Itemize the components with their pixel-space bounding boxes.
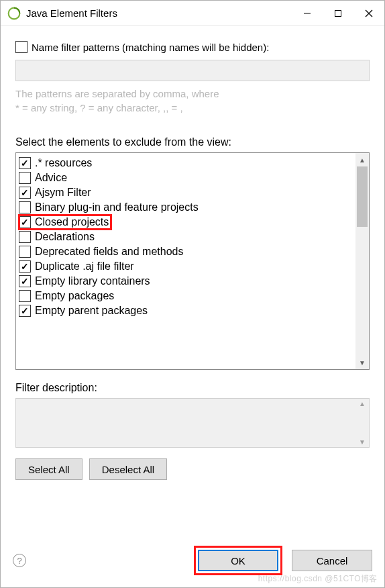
list-item-label: Declarations	[35, 231, 95, 243]
hint-line2: * = any string, ? = any character, ,, = …	[15, 101, 370, 115]
close-button[interactable]	[353, 1, 384, 26]
list-item-checkbox[interactable]	[19, 275, 31, 287]
list-item-checkbox[interactable]	[19, 305, 31, 317]
description-label: Filter description:	[15, 382, 370, 394]
list-item-checkbox[interactable]	[19, 187, 31, 199]
dialog-window: Java Element Filters Name filter pattern…	[0, 0, 385, 588]
description-scrollbar[interactable]: ▲ ▼	[355, 399, 369, 447]
footer: ? OK Cancel	[1, 539, 384, 587]
name-filter-label: Name filter patterns (matching names wil…	[32, 42, 269, 53]
list-item[interactable]: Advice	[19, 170, 355, 185]
list-item-label: .* resources	[35, 157, 92, 169]
list-item-label: Empty packages	[35, 290, 114, 302]
list-item[interactable]: Empty parent packages	[19, 303, 355, 318]
list-item-label: Deprecated fields and methods	[35, 246, 183, 258]
list-item-label: Empty parent packages	[35, 305, 148, 317]
filter-list-items[interactable]: .* resourcesAdviceAjsym FilterBinary plu…	[16, 153, 355, 369]
maximize-icon	[334, 9, 342, 17]
maximize-button[interactable]	[323, 1, 353, 26]
selection-buttons: Select All Deselect All	[15, 458, 370, 480]
description-box: ▲ ▼	[15, 398, 370, 448]
list-item-checkbox[interactable]	[19, 201, 31, 213]
list-item-label: Closed projects	[35, 216, 109, 228]
list-item[interactable]: Empty packages	[19, 289, 355, 303]
list-item[interactable]: Duplicate .aj file filter	[19, 259, 355, 274]
list-item[interactable]: Empty library containers	[19, 274, 355, 289]
name-filter-row: Name filter patterns (matching names wil…	[15, 41, 370, 53]
name-filter-checkbox[interactable]	[15, 41, 28, 53]
name-filter-hint: The patterns are separated by comma, whe…	[15, 87, 370, 115]
list-label: Select the elements to exclude from the …	[15, 136, 370, 148]
list-item-checkbox[interactable]	[19, 172, 31, 184]
list-item-label: Advice	[35, 172, 67, 184]
minimize-icon	[303, 9, 311, 17]
help-icon[interactable]: ?	[13, 554, 26, 567]
list-item[interactable]: Deprecated fields and methods	[19, 244, 355, 259]
list-item-label: Duplicate .aj file filter	[35, 260, 134, 273]
scroll-up-icon[interactable]: ▲	[355, 153, 369, 166]
name-filter-input[interactable]	[15, 60, 370, 81]
description-text	[16, 399, 355, 447]
list-item-checkbox[interactable]	[19, 260, 31, 273]
close-icon	[365, 9, 373, 17]
app-icon	[7, 7, 21, 20]
select-all-button[interactable]: Select All	[15, 458, 82, 480]
list-item-checkbox[interactable]	[19, 157, 31, 169]
cancel-button[interactable]: Cancel	[292, 550, 372, 571]
list-item[interactable]: Binary plug-in and feature projects	[19, 200, 355, 215]
list-item[interactable]: Declarations	[19, 230, 355, 244]
list-item[interactable]: Closed projects	[19, 215, 111, 230]
desc-scroll-down-icon: ▼	[359, 438, 366, 446]
list-item[interactable]: .* resources	[19, 156, 355, 170]
list-item-label: Binary plug-in and feature projects	[35, 201, 199, 213]
title-text: Java Element Filters	[26, 7, 292, 19]
ok-button[interactable]: OK	[198, 550, 278, 571]
list-item[interactable]: Ajsym Filter	[19, 185, 355, 200]
deselect-all-button[interactable]: Deselect All	[89, 458, 167, 480]
scroll-down-icon[interactable]: ▼	[355, 356, 369, 369]
minimize-button[interactable]	[292, 1, 323, 26]
list-scrollbar[interactable]: ▲ ▼	[355, 153, 369, 369]
scroll-thumb[interactable]	[357, 166, 368, 227]
content-area: Name filter patterns (matching names wil…	[1, 26, 384, 539]
svg-rect-2	[335, 10, 341, 16]
list-item-checkbox[interactable]	[19, 246, 31, 258]
list-item-checkbox[interactable]	[19, 216, 31, 228]
hint-line1: The patterns are separated by comma, whe…	[15, 87, 370, 101]
list-item-label: Empty library containers	[35, 275, 150, 287]
titlebar: Java Element Filters	[1, 1, 384, 26]
list-item-checkbox[interactable]	[19, 231, 31, 243]
scroll-track[interactable]	[355, 166, 369, 356]
ok-highlight: OK	[194, 546, 282, 575]
list-item-checkbox[interactable]	[19, 290, 31, 302]
desc-scroll-up-icon: ▲	[359, 400, 366, 407]
filter-listbox: .* resourcesAdviceAjsym FilterBinary plu…	[15, 152, 370, 370]
list-item-label: Ajsym Filter	[35, 187, 91, 199]
